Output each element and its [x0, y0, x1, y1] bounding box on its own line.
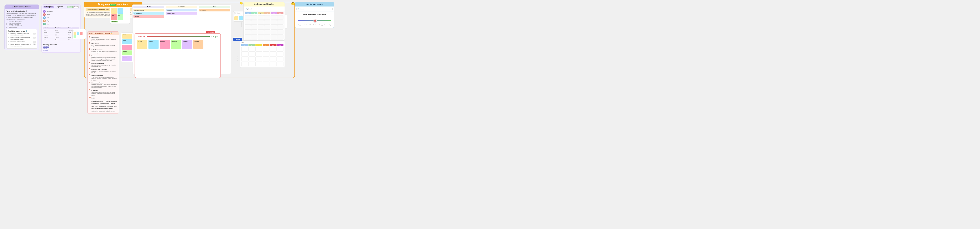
sentiment-thumb[interactable] — [313, 19, 317, 22]
sticky-note[interactable]: DB migrate — [122, 51, 132, 56]
list-item[interactable]: Backlog — [43, 48, 79, 49]
lower-cell[interactable] — [262, 62, 270, 67]
estimate-cell[interactable] — [245, 20, 251, 25]
lower-cell[interactable] — [248, 57, 255, 62]
tab-participants[interactable]: Participants — [43, 6, 54, 8]
board-sticky[interactable]: Login page redesign — [134, 9, 164, 11]
board-sticky[interactable]: API integration — [134, 12, 164, 14]
estimate-cell[interactable] — [258, 20, 264, 25]
lower-cell[interactable] — [255, 47, 262, 52]
estimate-row — [241, 47, 283, 52]
lower-cell[interactable] — [270, 47, 277, 52]
lower-cell[interactable] — [248, 52, 255, 57]
sorting-sticky[interactable]: Perf audit — [193, 40, 204, 49]
export-btn[interactable]: Export — [73, 6, 79, 8]
sticky-note[interactable]: Bugs — [111, 14, 117, 20]
estimate-cell[interactable] — [264, 20, 270, 25]
board-sticky[interactable]: Unit tests — [166, 9, 197, 11]
estimate-cell[interactable] — [270, 35, 277, 40]
step-4-btn[interactable]: → — [33, 43, 36, 45]
list-item: M Maria — [43, 13, 79, 16]
estimate-cell[interactable] — [270, 20, 277, 25]
col-header-m: M — [258, 12, 264, 14]
sticky-note[interactable]: Fix typo — [122, 33, 132, 38]
sorting-sticky[interactable]: Dashboard — [182, 40, 192, 49]
estimate-search-input[interactable] — [245, 8, 283, 10]
lower-cell[interactable] — [277, 62, 284, 67]
lower-cell[interactable] — [262, 52, 270, 57]
estimate-cell[interactable] — [264, 35, 270, 40]
add-participant-btn[interactable]: + Add — [67, 6, 73, 8]
estimate-cell[interactable] — [270, 15, 277, 20]
estimate-cell[interactable] — [264, 30, 270, 35]
larger-label: Larger — [212, 35, 218, 38]
tab-agenda[interactable]: Agenda — [56, 6, 64, 8]
board-sticky[interactable]: Performance — [199, 9, 230, 11]
estimate-cell[interactable] — [264, 25, 270, 30]
finalize-btn[interactable]: Finalize — [233, 38, 242, 41]
step-2-btn[interactable]: → — [33, 37, 36, 38]
sorting-sticky[interactable]: Fix typo — [137, 40, 147, 49]
lower-cell[interactable] — [255, 62, 262, 67]
lower-cell[interactable] — [255, 52, 262, 57]
list-item[interactable]: Roadmap — [43, 49, 79, 51]
sticky-note[interactable]: Dashboard — [122, 56, 132, 61]
sorting-sticky[interactable]: DB migrate — [171, 40, 181, 49]
sentiment-search-input[interactable] — [296, 8, 332, 10]
estimate-cell[interactable] — [277, 30, 283, 35]
lower-cell[interactable] — [255, 57, 262, 62]
list-item[interactable]: Sprint Board — [43, 46, 79, 47]
sticky-note[interactable]: Login — [111, 8, 117, 14]
sticky-note[interactable]: Tests — [118, 14, 123, 20]
lower-cell[interactable] — [241, 57, 248, 62]
lower-cell[interactable] — [262, 57, 270, 62]
sorting-sticky[interactable]: Auth flow — [160, 40, 170, 49]
estimate-cell[interactable] — [245, 30, 251, 35]
estimate-cell[interactable] — [258, 15, 264, 20]
estimate-cell[interactable] — [258, 25, 264, 30]
sorting-panel: Smaller Larger Fix typo Setup CI Auth fl… — [135, 33, 221, 78]
linked-small-card[interactable]: Preview — [72, 29, 86, 39]
estimate-cell[interactable] — [277, 20, 283, 25]
estimate-cell[interactable] — [251, 35, 258, 40]
lower-cell[interactable] — [277, 52, 284, 57]
estimate-cell[interactable] — [277, 25, 283, 30]
lower-cell[interactable] — [241, 52, 248, 57]
board-sticky[interactable]: Documentation — [166, 12, 197, 14]
sorting-sticky[interactable]: Setup CI — [148, 40, 159, 49]
sticky-note[interactable]: Auth flow — [122, 45, 132, 50]
sticky-note[interactable]: API — [118, 8, 123, 14]
estimate-cell[interactable] — [258, 35, 264, 40]
step-3-btn[interactable]: → — [33, 41, 36, 43]
sorting-body: Fix typo Setup CI Auth flow DB migrate D… — [135, 38, 220, 50]
avatar: P — [43, 19, 46, 22]
estimate-cell[interactable] — [245, 25, 251, 30]
lower-cell[interactable] — [248, 47, 255, 52]
estimate-cell[interactable] — [270, 25, 277, 30]
sentiment-panel: Sentiment gauge How do we feel this went… — [295, 2, 334, 28]
lower-cell[interactable] — [248, 62, 255, 67]
lower-cell[interactable] — [277, 47, 284, 52]
estimate-cell[interactable] — [251, 15, 258, 20]
estimate-cell[interactable] — [264, 15, 270, 20]
estimate-cell[interactable] — [251, 30, 258, 35]
estimate-cell[interactable] — [251, 25, 258, 30]
estimate-cell[interactable] — [270, 30, 277, 35]
lower-cell[interactable] — [262, 47, 270, 52]
sentiment-slider-track[interactable] — [298, 18, 331, 23]
lower-cell[interactable] — [241, 62, 248, 67]
lower-cell[interactable] — [277, 57, 284, 62]
board-sticky[interactable]: Bug fixes — [134, 15, 164, 18]
estimate-cell[interactable] — [277, 15, 283, 20]
lower-cell[interactable] — [270, 52, 277, 57]
lower-cell[interactable] — [270, 57, 277, 62]
sticky-note[interactable]: Setup CI — [122, 39, 132, 44]
lower-cell[interactable] — [270, 62, 277, 67]
estimate-cell[interactable] — [258, 30, 264, 35]
step-1-btn[interactable]: → — [33, 33, 36, 35]
lower-cell[interactable] — [241, 47, 248, 52]
estimate-cell[interactable] — [245, 15, 251, 20]
estimate-cell[interactable] — [245, 35, 251, 40]
estimate-cell[interactable] — [251, 20, 258, 25]
estimate-cell[interactable] — [277, 35, 283, 40]
